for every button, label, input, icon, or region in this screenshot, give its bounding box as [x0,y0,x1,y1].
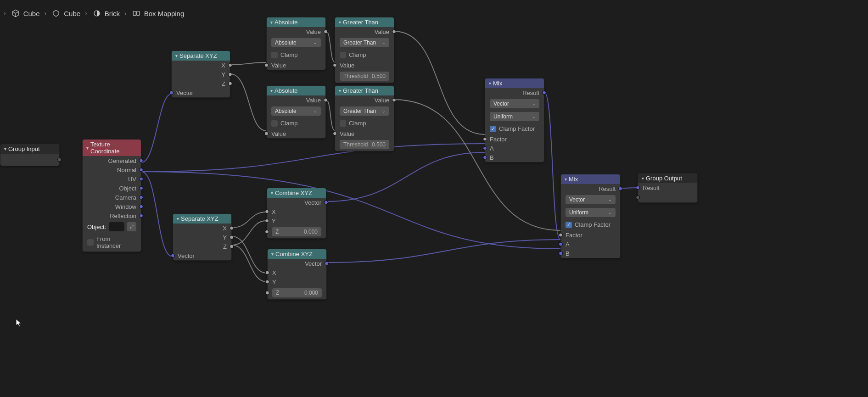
node-greater-than-1[interactable]: ▾ Greater Than Value Greater Than⌄ Clamp… [335,17,394,83]
socket-in[interactable] [265,219,269,223]
socket-in[interactable] [265,280,269,284]
socket-in[interactable] [559,233,563,237]
output-uv: UV [83,174,141,184]
input-y: Y [268,277,326,286]
node-header[interactable]: ▾ Combine XYZ [268,249,326,259]
mode-dropdown[interactable]: Absolute⌄ [267,36,325,49]
socket-out[interactable] [139,159,143,163]
socket-in[interactable] [636,196,640,200]
socket-out[interactable] [230,226,234,230]
node-header[interactable]: ▾ Separate XYZ [172,51,230,61]
socket-out[interactable] [324,98,328,102]
socket-in[interactable] [169,91,174,95]
breadcrumb-item-brick-material[interactable]: Brick [92,8,120,18]
socket-out[interactable] [139,205,143,209]
z-field[interactable]: Z0.000 [267,225,326,238]
socket-out[interactable] [139,196,143,200]
node-header[interactable]: ▾ Separate XYZ [173,214,231,224]
socket-out[interactable] [324,201,328,205]
socket-out[interactable] [542,91,546,95]
socket-in[interactable] [265,210,269,214]
output-socket-blank [0,154,59,166]
node-combine-xyz-2[interactable]: ▾ Combine XYZ Vector X Y Z0.000 [267,249,327,300]
node-mix-2[interactable]: ▾ Mix Result Vector⌄ Uniform⌄ Clamp Fact… [560,174,621,258]
socket-in[interactable] [483,156,487,160]
socket-out[interactable] [228,82,232,86]
socket-in[interactable] [265,230,269,234]
data-type-dropdown[interactable]: Vector⌄ [485,97,544,110]
socket-out[interactable] [392,98,396,102]
socket-in[interactable] [265,271,269,275]
node-header[interactable]: ▾ Group Input [0,144,59,154]
socket-out[interactable] [325,262,329,266]
node-header[interactable]: ▾ Mix [485,78,544,88]
socket-in[interactable] [333,132,337,136]
eyedropper-icon[interactable] [127,222,136,231]
node-separate-xyz-1[interactable]: ▾ Separate XYZ X Y Z Vector [171,50,230,98]
socket-in[interactable] [333,63,337,67]
clamp-checkbox[interactable]: Clamp [335,117,394,129]
socket-in[interactable] [483,137,487,141]
socket-out[interactable] [139,214,143,218]
socket-out[interactable] [324,30,328,34]
socket-in[interactable] [483,146,487,151]
data-type-dropdown[interactable]: Vector⌄ [561,193,620,206]
socket-out[interactable] [228,63,232,67]
node-header[interactable]: ▾ Combine XYZ [267,188,326,198]
threshold-field[interactable]: Threshold0.500 [335,138,394,151]
breadcrumb-item-box-mapping-nodegroup[interactable]: Box Mapping [131,8,185,18]
socket-out[interactable] [618,187,622,191]
factor-mode-dropdown[interactable]: Uniform⌄ [485,110,544,123]
threshold-field[interactable]: Threshold0.500 [335,70,394,83]
node-header[interactable]: ▾ Absolute [267,17,325,27]
node-absolute-1[interactable]: ▾ Absolute Value Absolute⌄ Clamp Value [266,17,326,70]
socket-out[interactable] [392,30,396,34]
socket-in[interactable] [171,254,175,258]
socket-in[interactable] [264,132,269,136]
breadcrumb-item-cube-mesh[interactable]: Cube [51,8,80,18]
clamp-checkbox[interactable]: Clamp [267,49,325,61]
factor-mode-dropdown[interactable]: Uniform⌄ [561,206,620,219]
socket-in[interactable] [265,291,269,295]
mode-dropdown[interactable]: Absolute⌄ [267,105,325,117]
socket-out[interactable] [230,245,234,249]
socket-out[interactable] [57,158,62,162]
node-combine-xyz-1[interactable]: ▾ Combine XYZ Vector X Y Z0.000 [267,188,326,239]
node-header[interactable]: ▾ Greater Than [335,86,394,95]
material-icon [92,8,102,18]
z-field[interactable]: Z0.000 [268,286,326,299]
socket-in[interactable] [264,63,269,67]
clamp-checkbox[interactable]: Clamp [335,49,394,61]
socket-out[interactable] [139,168,143,172]
input-x: X [268,268,326,277]
mode-dropdown[interactable]: Greater Than⌄ [335,105,394,117]
socket-in[interactable] [559,252,563,256]
node-separate-xyz-2[interactable]: ▾ Separate XYZ X Y Z Vector [173,213,232,261]
object-input[interactable] [109,222,124,231]
node-greater-than-2[interactable]: ▾ Greater Than Value Greater Than⌄ Clamp… [335,85,394,151]
clamp-checkbox[interactable]: Clamp [267,117,325,129]
node-header[interactable]: ▾ Absolute [267,86,325,95]
mode-dropdown[interactable]: Greater Than⌄ [335,36,394,49]
from-instancer-checkbox[interactable]: From Instancer [83,233,141,252]
breadcrumb-item-cube-object[interactable]: Cube [11,8,40,18]
socket-out[interactable] [230,235,234,240]
node-texture-coordinate[interactable]: ▾ Texture Coordinate Generated Normal UV… [82,139,141,252]
socket-in[interactable] [636,186,640,190]
node-group-input[interactable]: ▾ Group Input [0,144,60,166]
node-header[interactable]: ▾ Group Output [638,173,697,183]
input-vector: Vector [172,88,230,97]
node-header[interactable]: ▾ Mix [561,174,620,184]
node-absolute-2[interactable]: ▾ Absolute Value Absolute⌄ Clamp Value [266,85,326,139]
socket-out[interactable] [139,186,143,190]
node-header[interactable]: ▾ Texture Coordinate [83,140,141,156]
nodegroup-icon [131,8,141,18]
socket-out[interactable] [228,73,232,77]
clamp-factor-checkbox[interactable]: Clamp Factor [561,219,620,230]
socket-in[interactable] [559,242,563,246]
clamp-factor-checkbox[interactable]: Clamp Factor [485,123,544,134]
node-group-output[interactable]: ▾ Group Output Result [638,173,698,203]
socket-out[interactable] [139,177,143,181]
node-mix-1[interactable]: ▾ Mix Result Vector⌄ Uniform⌄ Clamp Fact… [485,78,544,162]
node-header[interactable]: ▾ Greater Than [335,17,394,27]
